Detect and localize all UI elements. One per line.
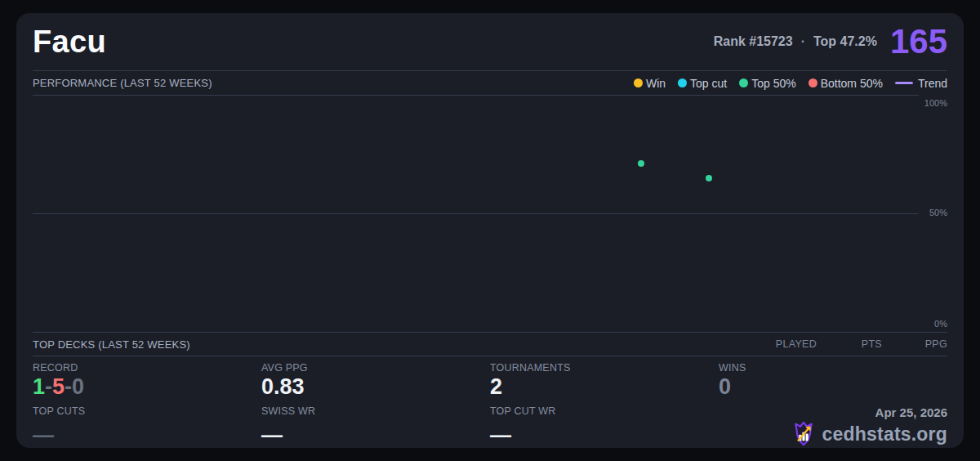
brand-name: cedhstats.org bbox=[822, 423, 947, 445]
cedhstats-logo-icon bbox=[791, 421, 816, 447]
card-footer: Apr 25, 2026 cedhstats.org bbox=[719, 405, 947, 447]
separator-dot: · bbox=[801, 34, 805, 49]
stat-label: SWISS WR bbox=[261, 405, 490, 417]
top-50-legend-dot-icon bbox=[739, 78, 748, 87]
performance-header-row: PERFORMANCE (LAST 52 WEEKS) Win Top cut … bbox=[33, 70, 947, 95]
trend-legend-line-icon bbox=[895, 82, 913, 84]
swiss-wr-value: — bbox=[261, 424, 490, 445]
legend-label: Top 50% bbox=[751, 77, 795, 90]
legend-item-top-cut: Top cut bbox=[678, 77, 727, 90]
stat-swiss-wr: SWISS WR — bbox=[261, 405, 490, 447]
gridline-50 bbox=[33, 213, 919, 214]
legend-item-top-50: Top 50% bbox=[739, 77, 795, 90]
column-header-pts: PTS bbox=[817, 338, 882, 350]
column-header-ppg: PPG bbox=[882, 338, 947, 350]
stat-label: TOP CUT WR bbox=[490, 405, 719, 417]
legend-item-bottom-50: Bottom 50% bbox=[808, 77, 883, 90]
legend-label: Bottom 50% bbox=[821, 77, 883, 90]
performance-section-title: PERFORMANCE (LAST 52 WEEKS) bbox=[33, 77, 212, 89]
record-losses: 5 bbox=[52, 374, 65, 399]
top-decks-section-title: TOP DECKS (LAST 52 WEEKS) bbox=[33, 338, 190, 351]
tournaments-value: 2 bbox=[490, 374, 719, 400]
date-label: Apr 25, 2026 bbox=[875, 405, 947, 419]
stat-label: RECORD bbox=[33, 362, 261, 374]
y-tick-100: 100% bbox=[918, 98, 947, 108]
record-wins: 1 bbox=[33, 374, 45, 399]
y-tick-50: 50% bbox=[918, 208, 947, 217]
stat-tournaments: TOURNAMENTS 2 bbox=[490, 362, 719, 405]
column-header-played: PLAYED bbox=[751, 338, 817, 350]
performance-chart: 100% 50% 0% bbox=[33, 95, 947, 332]
top-percent: Top 47.2% bbox=[813, 34, 877, 49]
stat-top-cuts: TOP CUTS — bbox=[33, 405, 261, 447]
stat-label: TOURNAMENTS bbox=[490, 362, 719, 374]
stats-grid: RECORD 1-5-0 AVG PPG 0.83 TOURNAMENTS 2 … bbox=[33, 356, 947, 447]
bottom-50-legend-dot-icon bbox=[808, 78, 817, 87]
rank-value: Rank #15723 bbox=[714, 34, 793, 49]
rating-score: 165 bbox=[890, 25, 947, 59]
stat-label: WINS bbox=[719, 362, 947, 374]
legend-item-trend: Trend bbox=[895, 77, 947, 90]
stat-avg-ppg: AVG PPG 0.83 bbox=[261, 362, 490, 405]
data-point-top-50- bbox=[706, 175, 712, 181]
y-tick-0: 0% bbox=[918, 319, 947, 329]
record-draws: 0 bbox=[72, 374, 84, 399]
stat-label: TOP CUTS bbox=[33, 405, 261, 417]
stat-record: RECORD 1-5-0 bbox=[33, 362, 261, 405]
gridline-100 bbox=[33, 95, 919, 96]
stat-wins: WINS 0 bbox=[719, 362, 947, 405]
record-separator: - bbox=[65, 374, 72, 399]
data-point-top-50- bbox=[638, 160, 644, 167]
legend-label: Trend bbox=[918, 77, 947, 90]
top-cut-legend-dot-icon bbox=[678, 78, 687, 87]
player-name: Facu bbox=[33, 25, 106, 60]
stat-label: AVG PPG bbox=[261, 362, 490, 374]
avg-ppg-value: 0.83 bbox=[261, 374, 490, 400]
player-stats-card: Facu Rank #15723 · Top 47.2% 165 PERFORM… bbox=[16, 13, 964, 448]
chart-legend: Win Top cut Top 50% Bottom 50% Trend bbox=[634, 77, 947, 90]
card-header: Facu Rank #15723 · Top 47.2% 165 bbox=[33, 13, 947, 70]
header-right: Rank #15723 · Top 47.2% 165 bbox=[714, 25, 947, 59]
legend-label: Win bbox=[646, 77, 666, 90]
rank-line: Rank #15723 · Top 47.2% bbox=[714, 34, 877, 49]
record-value: 1-5-0 bbox=[33, 374, 261, 400]
stat-top-cut-wr: TOP CUT WR — bbox=[490, 405, 719, 447]
legend-item-win: Win bbox=[634, 77, 666, 90]
brand-link[interactable]: cedhstats.org bbox=[791, 421, 947, 447]
wins-value: 0 bbox=[719, 374, 947, 400]
legend-label: Top cut bbox=[690, 77, 727, 90]
record-separator: - bbox=[45, 374, 52, 399]
top-decks-columns: PLAYED PTS PPG bbox=[751, 338, 947, 350]
top-cut-wr-value: — bbox=[490, 424, 719, 445]
top-cuts-value: — bbox=[33, 424, 261, 445]
win-legend-dot-icon bbox=[634, 78, 643, 87]
top-decks-header-row: TOP DECKS (LAST 52 WEEKS) PLAYED PTS PPG bbox=[33, 332, 947, 356]
